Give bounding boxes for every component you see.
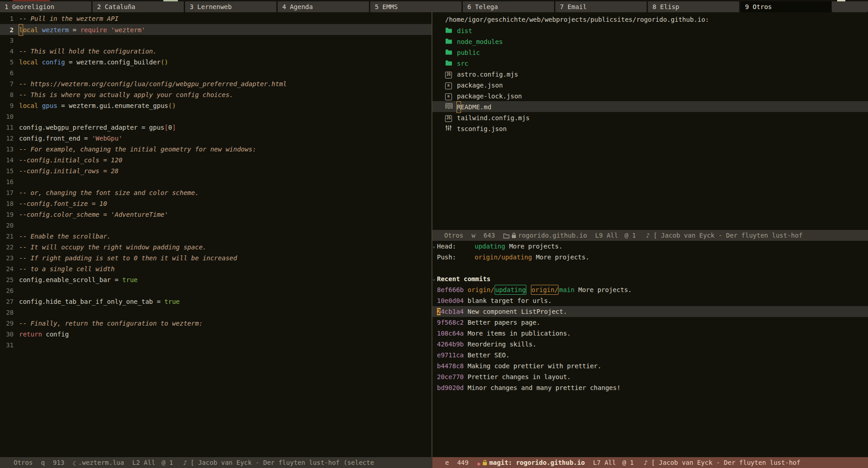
line-number: 24 [0, 263, 14, 274]
code-line-24[interactable]: 24-- to a single cell width [0, 263, 432, 274]
dired-entry-src[interactable]: src [432, 58, 868, 68]
code-line-6[interactable]: 6 [0, 68, 432, 78]
dired-entry-README.md[interactable]: README.md [432, 101, 868, 112]
line-number: 29 [0, 318, 14, 329]
line-number: 28 [0, 307, 14, 318]
code-line-18[interactable]: 18--config.font_size = 10 [0, 198, 432, 209]
sliders-icon [445, 123, 457, 134]
code-line-22[interactable]: 22-- It will occupy the right window pad… [0, 242, 432, 253]
line-number: 21 [0, 231, 14, 242]
dired-entry-package-lock.json[interactable]: npackage-lock.json [432, 90, 868, 101]
code-line-8[interactable]: 8-- This is where you actually apply you… [0, 89, 432, 100]
folder-icon [503, 231, 510, 241]
code-line-28[interactable]: 28 [0, 307, 432, 318]
magit-commit-b4478c8[interactable]: b4478c8 Making code prettier with pretti… [432, 361, 868, 371]
tab-3[interactable]: 3 Lernenweb [185, 1, 276, 12]
code-line-4[interactable]: 4-- This will hold the configuration. [0, 46, 432, 57]
line-number: 7 [0, 78, 14, 89]
npm-file-icon: n [445, 80, 457, 91]
lock-icon [511, 231, 516, 241]
code-line-16[interactable]: 16 [0, 176, 432, 187]
folder-icon [445, 58, 457, 69]
code-line-31[interactable]: 31 [0, 340, 432, 351]
code-line-15[interactable]: 15--config.initial_rows = 28 [0, 166, 432, 176]
code-line-30[interactable]: 30return config [0, 329, 432, 340]
magit-head-row[interactable]: ⌄Head:updating More projects. [432, 241, 868, 252]
magit-commit-bd9020d[interactable]: bd9020d Minor changes and many prettier … [432, 382, 868, 393]
line-number: 15 [0, 166, 14, 176]
code-line-29[interactable]: 29-- Finally, return the configuration t… [0, 318, 432, 329]
tab-2[interactable]: 2 Cataluña [93, 1, 184, 12]
line-number: 1 [0, 13, 14, 24]
npm-file-icon: n [445, 91, 457, 102]
music-note-icon: ♪ [646, 232, 650, 239]
dired-entry-astro.config.mjs[interactable]: JSastro.config.mjs [432, 68, 868, 79]
book-icon [445, 102, 457, 112]
line-number: 25 [0, 274, 14, 285]
code-line-10[interactable]: 10 [0, 111, 432, 122]
editor-buffer-wezterm-lua[interactable]: 1-- Pull in the wezterm API2local wezter… [0, 12, 432, 457]
line-number: 13 [0, 144, 14, 155]
tab-1[interactable]: 1 Georeligion [0, 1, 91, 12]
code-line-7[interactable]: 7-- https://wezterm.org/config/lua/confi… [0, 78, 432, 89]
code-line-2[interactable]: 2local wezterm = require 'wezterm' [0, 24, 432, 35]
collapse-icon: ⌄ [432, 273, 436, 284]
tab-5[interactable]: 5 EMMS [370, 1, 461, 12]
tab-bar-empty-area[interactable] [832, 1, 868, 12]
code-line-1[interactable]: 1-- Pull in the wezterm API [0, 13, 432, 24]
tab-8[interactable]: 8 Elisp [648, 1, 739, 12]
folder-icon [445, 36, 457, 47]
tab-4[interactable]: 4 Agenda [278, 1, 369, 12]
code-line-26[interactable]: 26 [0, 285, 432, 296]
tab-bar: 1 Georeligion2 Cataluña3 Lernenweb4 Agen… [0, 0, 868, 12]
magit-commit-108c64a[interactable]: 108c64a More items in publications. [432, 328, 868, 339]
magit-commit-24cb1a4[interactable]: 24cb1a4 New component ListProject. [432, 306, 868, 317]
line-number: 11 [0, 122, 14, 133]
code-line-14[interactable]: 14--config.initial_cols = 120 [0, 155, 432, 166]
dired-entry-tailwind.config.mjs[interactable]: JStailwind.config.mjs [432, 112, 868, 123]
text-cursor-hollow: R [456, 101, 461, 113]
line-number: 3 [0, 35, 14, 46]
folder-icon [445, 25, 457, 36]
git-branch-icon: ◈ [477, 458, 481, 468]
dired-entry-public[interactable]: public [432, 47, 868, 58]
line-number: 6 [0, 68, 14, 78]
dired-entry-tsconfig.json[interactable]: tsconfig.json [432, 123, 868, 134]
line-number: 30 [0, 329, 14, 340]
dired-file-list: /home/igor/geschichte/web/webprojects/pu… [432, 12, 868, 134]
tab-7[interactable]: 7 Email [555, 1, 647, 12]
code-line-19[interactable]: 19--config.color_scheme = 'AdventureTime… [0, 209, 432, 220]
tab-6[interactable]: 6 Telega [463, 1, 554, 12]
code-line-20[interactable]: 20 [0, 220, 432, 231]
magit-commit-9f568c2[interactable]: 9f568c2 Better papers page. [432, 317, 868, 328]
code-line-13[interactable]: 13-- For example, changing the initial g… [0, 144, 432, 155]
dired-entry-package.json[interactable]: npackage.json [432, 79, 868, 90]
magit-commit-e9711ca[interactable]: e9711ca Better SEO. [432, 350, 868, 361]
code-line-5[interactable]: 5local config = wezterm.config_builder() [0, 57, 432, 68]
line-number: 2 [0, 24, 14, 35]
folder-icon [445, 47, 457, 58]
magit-commit-20ce770[interactable]: 20ce770 Prettier changes in layout. [432, 371, 868, 382]
code-line-17[interactable]: 17-- or, changing the font size and colo… [0, 187, 432, 198]
dired-entry-node_modules[interactable]: node_modules [432, 36, 868, 47]
code-line-12[interactable]: 12config.front_end = 'WebGpu' [0, 133, 432, 144]
code-line-9[interactable]: 9local gpus = wezterm.gui.enumerate_gpus… [0, 100, 432, 111]
magit-commit-4264b9b[interactable]: 4264b9b Reordering skills. [432, 339, 868, 350]
code-line-25[interactable]: 25config.enable_scroll_bar = true [0, 274, 432, 285]
magit-section-recent-commits[interactable]: ⌄Recent commits [432, 273, 868, 284]
code-line-3[interactable]: 3 [0, 35, 432, 46]
magit-commit-10e0d04[interactable]: 10e0d04 blank target for urls. [432, 295, 868, 306]
dired-entry-dist[interactable]: dist [432, 25, 868, 36]
line-number: 10 [0, 111, 14, 122]
code-line-27[interactable]: 27config.hide_tab_bar_if_only_one_tab = … [0, 296, 432, 307]
tab-9[interactable]: 9 Otros [740, 1, 832, 12]
magit-commit-8ef666b[interactable]: 8ef666b origin/updating origin/main More… [432, 284, 868, 295]
line-number: 12 [0, 133, 14, 144]
code-line-11[interactable]: 11config.webgpu_preferred_adapter = gpus… [0, 122, 432, 133]
magit-push-row[interactable]: Push:origin/updating More projects. [432, 252, 868, 263]
line-number: 19 [0, 209, 14, 220]
code-line-21[interactable]: 21-- Enable the scrollbar. [0, 231, 432, 242]
lua-moon-icon: ☾ [73, 458, 76, 468]
code-line-23[interactable]: 23-- If right padding is set to 0 then i… [0, 253, 432, 263]
line-number: 22 [0, 242, 14, 253]
